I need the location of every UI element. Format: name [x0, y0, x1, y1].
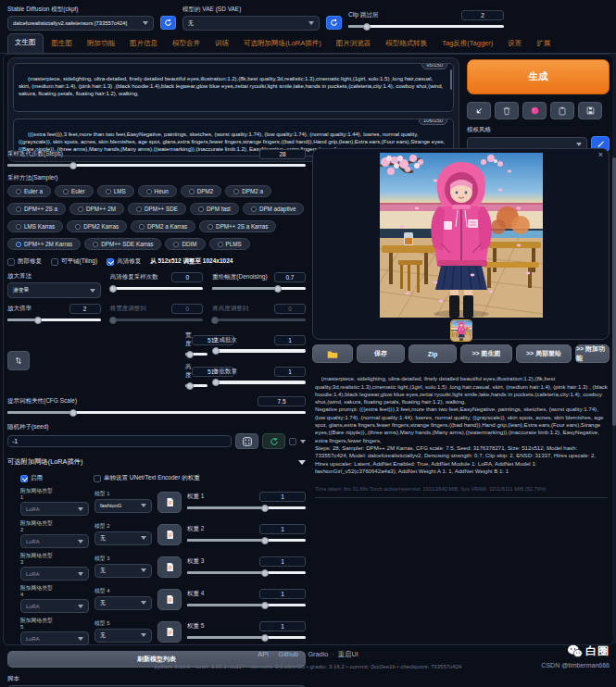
- sampler-option[interactable]: DPM++ 2S a: [7, 203, 66, 215]
- face-restore-checkbox[interactable]: 面部修复: [7, 257, 42, 266]
- tab-png-info[interactable]: 图片信息: [123, 35, 164, 53]
- swap-dimensions-button[interactable]: [7, 351, 30, 370]
- lora-type-select[interactable]: LoRA: [20, 502, 89, 516]
- sampler-option[interactable]: Euler: [55, 185, 94, 197]
- gradio-link[interactable]: Gradio: [302, 650, 328, 659]
- chevron-down-icon[interactable]: [300, 440, 306, 443]
- hires-steps-slider[interactable]: [110, 284, 204, 293]
- denoising-slider[interactable]: [212, 284, 306, 293]
- batch-size-value[interactable]: 1: [274, 367, 306, 377]
- lora-weight-slider[interactable]: [187, 633, 306, 642]
- lora-weight-value[interactable]: 1: [259, 621, 306, 631]
- tab-img2img[interactable]: 图生图: [45, 35, 80, 53]
- upscaler-select[interactable]: 潜变量: [7, 282, 101, 298]
- lora-model-select[interactable]: 无: [94, 629, 152, 643]
- tab-txt2img[interactable]: 文生图: [7, 33, 44, 53]
- checkpoint-select[interactable]: dalceforealistictallyv2.safetensors [733…: [7, 16, 154, 31]
- lora-model-info-button[interactable]: [157, 492, 182, 513]
- lora-model-select[interactable]: 无: [94, 596, 152, 610]
- close-icon[interactable]: ×: [598, 150, 603, 159]
- lora-weight-value[interactable]: 1: [259, 524, 306, 534]
- apply-style-button[interactable]: [550, 102, 574, 119]
- github-link[interactable]: Github: [272, 650, 298, 659]
- reuse-seed-button[interactable]: [262, 433, 285, 449]
- sampler-option[interactable]: PLMS: [209, 238, 250, 250]
- clear-prompt-button[interactable]: [495, 102, 519, 119]
- sampler-option[interactable]: DPM fast: [190, 203, 239, 215]
- reload-ui-link[interactable]: 重启UI: [332, 650, 358, 659]
- vae-select[interactable]: 无: [182, 16, 320, 31]
- lora-separate-weights-checkbox[interactable]: 单独设置 UNet/Text Encoder 的权重: [94, 474, 200, 482]
- lora-weight-value[interactable]: 1: [259, 589, 306, 599]
- sampler-option[interactable]: DPM++ SDE: [128, 203, 186, 215]
- positive-prompt-input[interactable]: (masterpiece, sidelighting, ultra-detail…: [13, 63, 454, 112]
- tab-model-converter[interactable]: 模型格式转换: [379, 35, 434, 53]
- lora-model-info-button[interactable]: [157, 589, 182, 610]
- save-button[interactable]: 保存: [357, 344, 405, 363]
- save-style-button[interactable]: [578, 102, 602, 119]
- lora-type-select[interactable]: LoRA: [20, 534, 89, 548]
- height-slider[interactable]: [185, 381, 207, 390]
- additional-networks-header[interactable]: 可选附加网络(LoRA插件): [7, 457, 306, 467]
- tab-settings[interactable]: 设置: [501, 35, 528, 53]
- steps-slider[interactable]: [7, 161, 306, 169]
- hires-fix-checkbox[interactable]: 高清修复: [107, 257, 141, 266]
- batch-size-slider[interactable]: [213, 379, 306, 387]
- tab-train[interactable]: 训练: [208, 35, 235, 53]
- tab-extensions[interactable]: 扩展: [530, 35, 557, 53]
- lora-model-select[interactable]: 无: [94, 531, 152, 545]
- send-to-extras-button[interactable]: >> 附加功能: [575, 344, 610, 363]
- upscale-by-slider[interactable]: [7, 316, 101, 324]
- tab-checkpoint-merger[interactable]: 模型合并: [166, 35, 207, 53]
- lora-model-info-button[interactable]: [157, 524, 182, 545]
- lora-weight-slider[interactable]: [187, 536, 306, 544]
- generated-image[interactable]: [380, 153, 543, 318]
- sampler-option[interactable]: LMS: [97, 185, 134, 197]
- sampler-option[interactable]: DPM2 Karras: [67, 220, 127, 232]
- checkpoint-refresh-button[interactable]: [160, 16, 176, 30]
- send-to-img2img-button[interactable]: >> 图生图: [460, 344, 512, 363]
- sampler-option[interactable]: DPM2 a Karras: [131, 220, 195, 232]
- zip-button[interactable]: Zip: [409, 344, 457, 363]
- batch-count-value[interactable]: 1: [274, 335, 306, 345]
- lora-weight-slider[interactable]: [187, 568, 306, 577]
- generate-button[interactable]: 生成: [467, 59, 610, 94]
- scrollbar-thumb[interactable]: [612, 157, 616, 426]
- sampler-option[interactable]: Euler a: [7, 185, 51, 197]
- sampler-option[interactable]: DDIM: [165, 238, 205, 250]
- denoising-value[interactable]: 0.7: [274, 272, 306, 282]
- textarea-scrollbar[interactable]: [450, 69, 453, 90]
- open-folder-button[interactable]: [312, 344, 353, 363]
- api-link[interactable]: API: [258, 650, 269, 659]
- clip-skip-slider[interactable]: [348, 22, 504, 31]
- lora-model-info-button[interactable]: [157, 556, 182, 578]
- lora-weight-value[interactable]: 1: [259, 492, 306, 502]
- hires-steps-value[interactable]: 0: [171, 272, 203, 282]
- lora-type-select[interactable]: LoRA: [20, 631, 89, 645]
- lora-type-select[interactable]: LoRA: [20, 567, 89, 581]
- lora-weight-slider[interactable]: [187, 504, 306, 512]
- sampler-option[interactable]: DPM adaptive: [243, 203, 305, 215]
- lora-weight-slider[interactable]: [187, 601, 306, 609]
- cfg-slider[interactable]: [7, 408, 306, 417]
- extra-networks-button[interactable]: [522, 102, 547, 119]
- tab-additional-networks[interactable]: 可选附加网络(LoRA插件): [237, 35, 328, 53]
- lora-model-select[interactable]: 无: [94, 564, 152, 578]
- sampler-option[interactable]: DPM2: [181, 185, 222, 197]
- width-slider[interactable]: [185, 350, 207, 358]
- tab-tagger[interactable]: Tag反推(Tagger): [435, 35, 499, 53]
- read-params-button[interactable]: [467, 102, 491, 119]
- steps-value[interactable]: 28: [259, 149, 306, 159]
- sampler-option[interactable]: LMS Karras: [7, 220, 63, 232]
- sampler-option[interactable]: DPM++ 2M: [69, 203, 124, 215]
- tab-extras[interactable]: 附加功能: [81, 35, 121, 53]
- page-scrollbar[interactable]: [612, 54, 616, 643]
- vae-refresh-button[interactable]: [326, 16, 342, 30]
- random-seed-button[interactable]: [235, 433, 258, 449]
- tab-image-browser[interactable]: 图片浏览器: [330, 35, 378, 53]
- lora-model-info-button[interactable]: [157, 621, 182, 643]
- send-to-inpaint-button[interactable]: >> 局部重绘: [516, 344, 572, 363]
- tiling-checkbox[interactable]: 可平铺(Tiling): [51, 257, 97, 266]
- seed-input[interactable]: -1: [7, 435, 232, 447]
- sampler-option[interactable]: DPM2 a: [225, 185, 271, 197]
